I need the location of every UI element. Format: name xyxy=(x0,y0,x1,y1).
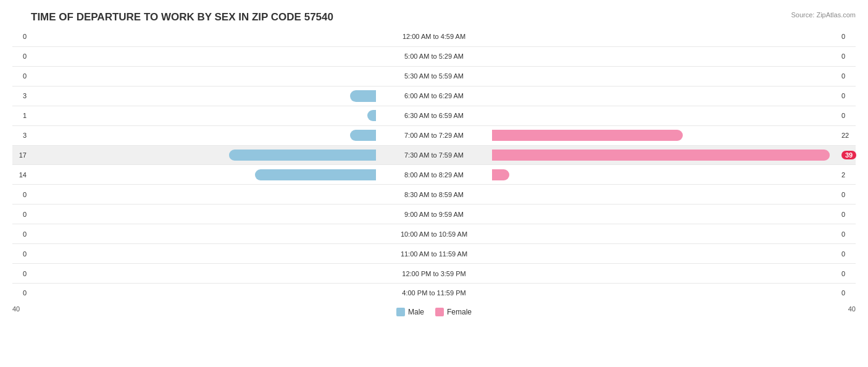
male-value: 0 xyxy=(12,250,30,258)
male-bar-wrap xyxy=(30,110,376,122)
female-bar-wrap xyxy=(492,268,838,279)
female-value: 0 xyxy=(838,270,856,277)
rows-wrapper: 012:00 AM to 4:59 AM005:00 AM to 5:29 AM… xyxy=(12,27,856,303)
right-section: 0 xyxy=(490,67,856,86)
left-section: 3 xyxy=(12,86,378,106)
female-value: 0 xyxy=(838,33,856,40)
left-section: 17 xyxy=(12,146,378,165)
female-value: 0 xyxy=(838,112,856,119)
table-row: 09:00 AM to 9:59 AM0 xyxy=(12,205,856,224)
male-value: 0 xyxy=(12,289,30,297)
left-section: 14 xyxy=(12,165,378,184)
legend-male-box xyxy=(396,308,405,316)
female-bar-wrap xyxy=(492,130,838,141)
male-bar xyxy=(350,90,376,102)
chart-title: TIME OF DEPARTURE TO WORK BY SEX IN ZIP … xyxy=(12,11,856,23)
right-section: 0 xyxy=(490,47,856,66)
female-value: 0 xyxy=(838,211,856,218)
right-section: 0 xyxy=(490,224,856,243)
male-bar xyxy=(255,169,376,181)
left-section: 0 xyxy=(12,244,378,263)
right-section: 39 xyxy=(490,146,856,165)
right-section: 0 xyxy=(490,86,856,106)
male-value: 0 xyxy=(12,33,30,40)
table-row: 177:30 AM to 7:59 AM39 xyxy=(12,146,856,166)
male-bar xyxy=(367,110,376,122)
female-value: 0 xyxy=(838,53,856,60)
male-value: 0 xyxy=(12,53,30,60)
female-bar xyxy=(492,150,830,161)
chart-container: TIME OF DEPARTURE TO WORK BY SEX IN ZIP … xyxy=(0,0,868,367)
table-row: 04:00 PM to 11:59 PM0 xyxy=(12,284,856,303)
axis-bottom: 40 Male Female 40 xyxy=(12,303,856,316)
time-label: 4:00 PM to 11:59 PM xyxy=(378,289,490,297)
female-bar-wrap xyxy=(492,169,838,181)
female-bar-wrap xyxy=(492,189,838,201)
male-bar-wrap xyxy=(30,287,376,299)
female-value: 0 xyxy=(838,191,856,198)
axis-left-label: 40 xyxy=(12,305,20,316)
legend-female: Female xyxy=(435,308,472,316)
time-label: 5:30 AM to 5:59 AM xyxy=(378,72,490,80)
right-section: 22 xyxy=(490,126,856,145)
left-section: 0 xyxy=(12,67,378,86)
male-bar-wrap xyxy=(30,189,376,201)
female-bar xyxy=(492,130,683,141)
female-bar xyxy=(492,169,509,181)
male-bar-wrap xyxy=(30,130,376,141)
female-value: 0 xyxy=(838,72,856,80)
axis-right-label: 40 xyxy=(848,305,856,316)
left-section: 0 xyxy=(12,284,378,303)
male-value: 0 xyxy=(12,72,30,80)
male-value: 0 xyxy=(12,270,30,277)
time-label: 7:00 AM to 7:29 AM xyxy=(378,132,490,139)
female-value: 0 xyxy=(838,289,856,297)
time-label: 6:00 AM to 6:29 AM xyxy=(378,92,490,99)
female-bar-wrap xyxy=(492,287,838,299)
right-section: 0 xyxy=(490,185,856,204)
time-label: 6:30 AM to 6:59 AM xyxy=(378,112,490,119)
time-label: 8:00 AM to 8:29 AM xyxy=(378,171,490,179)
time-label: 12:00 PM to 3:59 PM xyxy=(378,270,490,277)
table-row: 148:00 AM to 8:29 AM2 xyxy=(12,165,856,185)
male-value: 0 xyxy=(12,230,30,238)
left-section: 0 xyxy=(12,264,378,283)
left-section: 0 xyxy=(12,224,378,243)
female-value: 39 xyxy=(838,151,856,159)
female-value-badge: 39 xyxy=(841,151,856,159)
female-bar-wrap xyxy=(492,150,838,161)
table-row: 16:30 AM to 6:59 AM0 xyxy=(12,106,856,126)
time-label: 11:00 AM to 11:59 AM xyxy=(378,250,490,258)
left-section: 0 xyxy=(12,47,378,66)
female-bar-wrap xyxy=(492,110,838,122)
legend-female-label: Female xyxy=(447,308,472,316)
legend-male: Male xyxy=(396,308,424,316)
male-bar-wrap xyxy=(30,268,376,279)
female-value: 0 xyxy=(838,92,856,99)
table-row: 012:00 AM to 4:59 AM0 xyxy=(12,27,856,47)
time-label: 5:00 AM to 5:29 AM xyxy=(378,53,490,60)
male-value: 17 xyxy=(12,151,30,159)
legend-female-box xyxy=(435,308,444,316)
table-row: 08:30 AM to 8:59 AM0 xyxy=(12,185,856,205)
table-row: 37:00 AM to 7:29 AM22 xyxy=(12,126,856,146)
chart-area: 012:00 AM to 4:59 AM005:00 AM to 5:29 AM… xyxy=(12,27,856,321)
table-row: 011:00 AM to 11:59 AM0 xyxy=(12,244,856,264)
male-bar-wrap xyxy=(30,31,376,43)
table-row: 012:00 PM to 3:59 PM0 xyxy=(12,264,856,284)
female-bar-wrap xyxy=(492,31,838,43)
right-section: 0 xyxy=(490,205,856,224)
male-bar xyxy=(229,150,376,161)
table-row: 36:00 AM to 6:29 AM0 xyxy=(12,86,856,106)
female-bar-wrap xyxy=(492,51,838,62)
male-bar xyxy=(350,130,376,141)
right-section: 0 xyxy=(490,284,856,303)
time-label: 8:30 AM to 8:59 AM xyxy=(378,191,490,198)
right-section: 0 xyxy=(490,244,856,263)
female-value: 0 xyxy=(838,230,856,238)
female-value: 0 xyxy=(838,250,856,258)
left-section: 0 xyxy=(12,27,378,46)
time-label: 7:30 AM to 7:59 AM xyxy=(378,151,490,159)
table-row: 05:30 AM to 5:59 AM0 xyxy=(12,67,856,86)
male-value: 3 xyxy=(12,92,30,99)
